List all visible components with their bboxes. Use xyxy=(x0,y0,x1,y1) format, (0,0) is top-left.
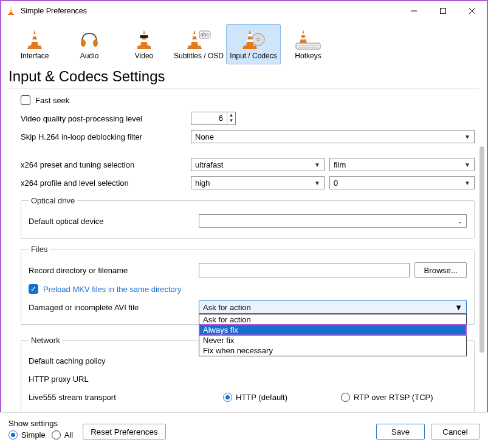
svg-rect-28 xyxy=(248,34,252,36)
svg-rect-3 xyxy=(8,14,14,15)
avi-option[interactable]: Always fix xyxy=(199,325,466,335)
save-button[interactable]: Save xyxy=(376,424,425,440)
proxy-label: HTTP proxy URL xyxy=(29,375,199,384)
spinner-arrows[interactable]: ▲▼ xyxy=(227,112,235,124)
tab-label: Video xyxy=(117,52,171,60)
chevron-down-icon: ⌄ xyxy=(458,218,462,225)
settings-scroll-area: Fast seek Video quality post-processing … xyxy=(1,93,487,383)
svg-rect-1 xyxy=(10,8,12,10)
svg-rect-9 xyxy=(33,34,37,36)
tab-label: Input / Codecs xyxy=(227,52,280,60)
svg-rect-20 xyxy=(193,34,197,36)
svg-rect-5 xyxy=(441,8,446,14)
svg-rect-34 xyxy=(296,43,320,49)
chevron-down-icon: ▼ xyxy=(464,180,470,186)
headphones-icon xyxy=(63,27,116,52)
fast-seek-label: Fast seek xyxy=(35,96,69,105)
tab-label: Hotkeys xyxy=(281,52,335,60)
chevron-down-icon: ▼ xyxy=(455,303,462,312)
svg-marker-0 xyxy=(9,7,13,14)
caching-label: Default caching policy xyxy=(29,356,199,365)
x264-profile-select[interactable]: high▼ xyxy=(191,176,325,189)
record-dir-input[interactable] xyxy=(199,263,410,277)
x264-preset-label: x264 preset and tuning selection xyxy=(21,160,191,169)
skip-filter-select[interactable]: None▼ xyxy=(191,130,475,143)
chevron-down-icon: ▼ xyxy=(464,161,470,168)
svg-marker-11 xyxy=(27,46,42,49)
vqpp-value: 6 xyxy=(191,112,227,124)
avi-option[interactable]: Never fix xyxy=(199,335,466,345)
chevron-down-icon: ▼ xyxy=(464,134,470,140)
window-title: Simple Preferences xyxy=(21,7,399,15)
cone-keyboard-icon xyxy=(281,27,335,52)
svg-marker-30 xyxy=(242,46,257,49)
category-tabs: Interface Audio Video abc Subtitles / OS… xyxy=(1,21,487,66)
preload-mkv-label: Preload MKV files in the same directory xyxy=(43,285,182,294)
cancel-button[interactable]: Cancel xyxy=(431,424,479,440)
svg-marker-22 xyxy=(187,46,202,49)
tab-label: Interface xyxy=(8,52,61,60)
svg-rect-16 xyxy=(141,39,147,42)
svg-rect-32 xyxy=(301,33,306,35)
avi-label: Damaged or incomplete AVI file xyxy=(29,303,199,312)
svg-marker-17 xyxy=(137,46,151,49)
cone-disc-icon xyxy=(227,27,280,52)
svg-point-12 xyxy=(81,39,86,47)
svg-rect-2 xyxy=(10,11,13,12)
scrollbar[interactable] xyxy=(479,146,484,353)
record-dir-label: Record directory or filename xyxy=(29,266,199,275)
svg-point-26 xyxy=(257,38,259,41)
files-legend: Files xyxy=(29,245,50,254)
footer: Show settings Simple All Reset Preferenc… xyxy=(0,412,488,448)
svg-rect-18 xyxy=(140,35,148,38)
svg-point-13 xyxy=(93,39,98,47)
svg-rect-10 xyxy=(32,39,38,42)
rtp-radio[interactable] xyxy=(341,393,350,402)
files-group: Files Record directory or filename Brows… xyxy=(21,245,475,325)
skip-filter-label: Skip H.264 in-loop deblocking filter xyxy=(21,132,191,141)
fast-seek-checkbox[interactable] xyxy=(21,95,30,105)
tab-video[interactable]: Video xyxy=(117,24,171,64)
vqpp-spinner[interactable]: 6 ▲▼ xyxy=(191,112,236,125)
default-optical-select[interactable]: ⌄ xyxy=(199,214,467,228)
chevron-down-icon: ▼ xyxy=(314,180,320,186)
optical-drive-group: Optical drive Default optical device ⌄ xyxy=(21,196,475,239)
http-radio[interactable] xyxy=(223,393,232,402)
simple-radio-label: Simple xyxy=(21,430,46,440)
tab-interface[interactable]: Interface xyxy=(7,24,62,64)
divider xyxy=(9,89,479,89)
x264-level-select[interactable]: 0▼ xyxy=(329,176,475,189)
minimize-button[interactable] xyxy=(399,1,428,21)
svg-rect-29 xyxy=(247,39,253,42)
titlebar: Simple Preferences xyxy=(1,1,487,21)
svg-marker-19 xyxy=(191,30,198,46)
svg-marker-8 xyxy=(31,30,38,46)
maximize-button[interactable] xyxy=(428,1,458,21)
close-button[interactable] xyxy=(458,1,487,21)
tab-audio[interactable]: Audio xyxy=(62,24,117,64)
page-title: Input & Codecs Settings xyxy=(1,66,487,87)
all-radio[interactable] xyxy=(52,430,61,440)
network-legend: Network xyxy=(29,336,63,345)
show-settings-group: Show settings Simple All xyxy=(9,419,73,440)
x264-tuning-select[interactable]: film▼ xyxy=(329,158,475,171)
browse-button[interactable]: Browse... xyxy=(414,262,467,278)
cone-speech-icon: abc xyxy=(172,27,225,52)
x264-profile-label: x264 profile and level selection xyxy=(21,178,191,188)
tab-input-codecs[interactable]: Input / Codecs xyxy=(226,24,281,64)
avi-select[interactable]: Ask for action▼ Ask for action Always fi… xyxy=(199,300,467,314)
vlc-icon xyxy=(6,6,16,16)
avi-option[interactable]: Ask for action xyxy=(199,314,466,325)
reset-preferences-button[interactable]: Reset Preferences xyxy=(83,424,165,440)
x264-preset-select[interactable]: ultrafast▼ xyxy=(191,158,325,171)
svg-marker-31 xyxy=(300,30,307,43)
rtp-radio-label: RTP over RTSP (TCP) xyxy=(354,393,433,402)
cone-sunglasses-icon xyxy=(117,27,171,52)
preload-mkv-checkbox[interactable]: ✓ xyxy=(29,284,38,294)
avi-dropdown-list: Ask for action Always fix Never fix Fix … xyxy=(199,314,467,356)
avi-option[interactable]: Fix when necessary xyxy=(199,345,466,356)
tab-hotkeys[interactable]: Hotkeys xyxy=(281,24,335,64)
cone-icon xyxy=(8,27,61,52)
simple-radio[interactable] xyxy=(9,430,18,440)
tab-subtitles[interactable]: abc Subtitles / OSD xyxy=(171,24,226,64)
